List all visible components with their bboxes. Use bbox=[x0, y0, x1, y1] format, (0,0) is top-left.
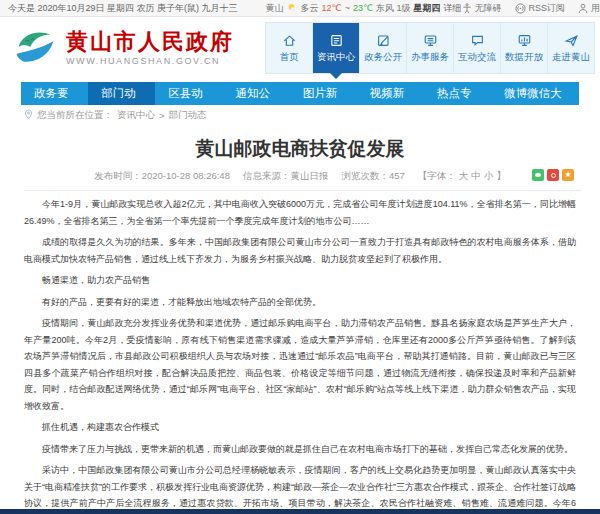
sun-cloud-icon bbox=[287, 2, 298, 15]
nav-item-visit-huangshan[interactable]: 走进黄山 bbox=[548, 23, 595, 73]
font-size-small[interactable]: 小 bbox=[484, 170, 494, 183]
section-heading-2: 抓住机遇，构建惠农合作模式 bbox=[24, 419, 576, 436]
nav-label: 数据开放 bbox=[505, 51, 543, 64]
page: 今天是 2020年10月29日 星期四 农历 庚子年(鼠) 九月十三 黄山 多云… bbox=[0, 0, 600, 514]
nav-item-interaction[interactable]: 互动交流 bbox=[454, 23, 501, 73]
nav-label: 首页 bbox=[280, 51, 299, 64]
breadcrumb-link-news-center[interactable]: 资讯中心 bbox=[117, 109, 155, 122]
accessibility-icon bbox=[462, 3, 472, 14]
nav-label: 互动交流 bbox=[458, 51, 496, 64]
pencil-square-icon bbox=[376, 33, 391, 48]
subnav-item-notices[interactable]: 通知公告 bbox=[223, 82, 290, 105]
user-icon bbox=[578, 3, 588, 14]
nav-item-open-data[interactable]: 数据开放 bbox=[501, 23, 548, 73]
home-icon bbox=[282, 33, 297, 48]
font-size-widget: 【字体： 大 中 小 】 bbox=[418, 170, 506, 183]
breadcrumb-separator: > bbox=[159, 110, 165, 121]
nav-label: 资讯中心 bbox=[317, 51, 355, 64]
rss-label: RSS订阅 bbox=[529, 2, 566, 15]
weather-condition: 多云 bbox=[301, 2, 319, 15]
weibo-share-icon[interactable] bbox=[547, 169, 559, 181]
nav-label: 办事服务 bbox=[411, 51, 449, 64]
weather-wind: 东风 1级 bbox=[376, 2, 411, 15]
temp-low: 12℃ bbox=[322, 3, 342, 13]
paragraph-6: 采访中，中国邮政集团有限公司黄山市分公司总经理杨晓敏表示，疫情期间，客户的线上交… bbox=[24, 462, 576, 514]
subnav-item-hot-topics[interactable]: 热点专题 bbox=[424, 82, 491, 105]
site-title-block: 黄山市人民政府 WWW.HUANGSHAN.GOV.CN bbox=[66, 30, 234, 66]
news-icon bbox=[329, 33, 344, 48]
share-buttons: ★ bbox=[532, 169, 574, 181]
section-heading-1: 畅通渠道，助力农产品销售 bbox=[24, 272, 576, 289]
font-size-close: 】 bbox=[496, 170, 506, 183]
weather-widget: 黄山 多云 12℃ ~ 23℃ 东风 1级 星期四 详细 bbox=[266, 2, 462, 15]
nav-item-home[interactable]: 首页 bbox=[266, 23, 313, 73]
user-login-link[interactable]: 用户登录 bbox=[578, 2, 600, 15]
publish-time: 发布时间：2020-10-28 08:26:48 bbox=[94, 170, 230, 183]
accessibility-label: 无障碍 bbox=[475, 2, 502, 15]
paragraph-4: 疫情期间，黄山邮政充分发挥业务优势和渠道优势，通过邮乐购电商平台，助力滞销农产品… bbox=[24, 315, 576, 414]
nav-item-gov-disclosure[interactable]: 政务公开 bbox=[360, 23, 407, 73]
font-size-large[interactable]: 大 bbox=[459, 170, 469, 183]
site-header: 黄山市人民政府 WWW.HUANGSHAN.GOV.CN 首页 资讯中心 政务公… bbox=[0, 17, 600, 79]
footer-strip bbox=[0, 509, 600, 514]
meta-divider bbox=[24, 190, 582, 191]
bar-chart-icon bbox=[517, 33, 532, 48]
subnav-item-department-news[interactable]: 部门动态 bbox=[88, 82, 155, 105]
paper-plane-icon bbox=[564, 33, 579, 48]
huangshan-logo-icon bbox=[12, 25, 58, 71]
info-source: 信息来源：黄山日报 bbox=[243, 170, 329, 183]
view-count: 浏览次数：457 bbox=[341, 170, 404, 183]
paragraph-3: 有好的产品，更要有好的渠道，才能释放出地域农特产品的全部优势。 bbox=[24, 294, 576, 311]
weather-city: 黄山 bbox=[266, 2, 284, 15]
subnav-item-video-news[interactable]: 视频新闻 bbox=[357, 82, 424, 105]
temp-high: 23℃ bbox=[353, 3, 373, 13]
paragraph-1: 今年1-9月，黄山邮政实现总收入超2亿元，其中电商收入突破6000万元，完成省公… bbox=[24, 196, 576, 229]
article-meta: 发布时间：2020-10-28 08:26:48 信息来源：黄山日报 浏览次数：… bbox=[24, 169, 576, 184]
wechat-share-icon[interactable] bbox=[532, 169, 544, 181]
paragraph-5: 疫情带来了压力与挑战，更带来新的机遇，而黄山邮政要做的就是抓住自己在农村电商市场… bbox=[24, 441, 576, 458]
nav-item-news-center[interactable]: 资讯中心 bbox=[313, 23, 360, 73]
font-size-label: 【字体： bbox=[418, 170, 456, 183]
location-pin-icon bbox=[24, 109, 33, 122]
article-body: 今年1-9月，黄山邮政实现总收入超2亿元，其中电商收入突破6000万元，完成省公… bbox=[24, 196, 576, 514]
main-nav: 首页 资讯中心 政务公开 办事服务 互动交流 数据开放 bbox=[265, 22, 595, 74]
font-size-medium[interactable]: 中 bbox=[471, 170, 481, 183]
subnav-item-weibo-wechat[interactable]: 微博微信大厅 bbox=[491, 82, 579, 105]
breadcrumb-prefix: 您当前所在位置： bbox=[37, 109, 113, 122]
nav-label: 走进黄山 bbox=[552, 51, 590, 64]
qzone-share-icon[interactable]: ★ bbox=[562, 169, 574, 181]
current-date-text: 今天是 2020年10月29日 星期四 农历 庚子年(鼠) 九月十三 bbox=[8, 2, 238, 15]
subnav-bar: 政务要闻 部门动态 区县动态 通知公告 图片新闻 视频新闻 热点专题 微博微信大… bbox=[21, 82, 579, 105]
rss-link[interactable]: RSS订阅 bbox=[515, 2, 566, 15]
rss-icon bbox=[515, 3, 526, 14]
article: 黄山邮政电商扶贫促发展 发布时间：2020-10-28 08:26:48 信息来… bbox=[21, 136, 579, 514]
site-url: WWW.HUANGSHAN.GOV.CN bbox=[66, 56, 234, 66]
chat-bubble-icon bbox=[470, 33, 485, 48]
subnav-item-photo-news[interactable]: 图片新闻 bbox=[290, 82, 357, 105]
paragraph-2: 成绩的取得是久久为功的结果。多年来，中国邮政集团有限公司黄山市分公司一直致力于打… bbox=[24, 234, 576, 267]
subnav-item-gov-news[interactable]: 政务要闻 bbox=[21, 82, 88, 105]
utility-bar: 今天是 2020年10月29日 星期四 农历 庚子年(鼠) 九月十三 黄山 多云… bbox=[0, 0, 600, 17]
user-login-label: 用户登录 bbox=[591, 2, 600, 15]
site-name: 黄山市人民政府 bbox=[66, 30, 234, 54]
weather-detail-link[interactable]: 详细 bbox=[444, 2, 462, 15]
nav-item-services[interactable]: 办事服务 bbox=[407, 23, 454, 73]
accessibility-link[interactable]: 无障碍 bbox=[462, 2, 502, 15]
monitor-icon bbox=[423, 33, 438, 48]
temp-separator: ~ bbox=[345, 3, 350, 13]
subnav-item-district-news[interactable]: 区县动态 bbox=[155, 82, 222, 105]
site-logo[interactable]: 黄山市人民政府 WWW.HUANGSHAN.GOV.CN bbox=[12, 25, 234, 71]
weather-day: 星期四 bbox=[414, 2, 441, 15]
nav-label: 政务公开 bbox=[364, 51, 402, 64]
article-title: 黄山邮政电商扶贫促发展 bbox=[24, 136, 576, 162]
breadcrumb-link-department-news[interactable]: 部门动态 bbox=[169, 109, 207, 122]
utility-links: 无障碍 RSS订阅 用户登录 版本选择 ▾ bbox=[462, 2, 600, 15]
